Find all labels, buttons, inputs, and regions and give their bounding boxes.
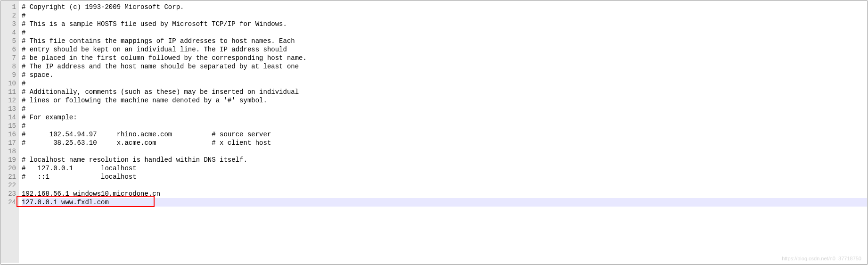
line-number: 14 [3, 113, 16, 122]
line-number: 19 [3, 156, 16, 164]
code-line: # [22, 11, 867, 20]
code-line: # lines or following the machine name de… [22, 96, 867, 105]
line-number: 12 [3, 96, 16, 105]
line-number: 22 [3, 181, 16, 190]
code-line: # The IP address and the host name shoul… [22, 62, 867, 71]
code-line: # 102.54.94.97 rhino.acme.com # source s… [22, 130, 867, 139]
code-line: # ::1 localhost [22, 173, 867, 181]
line-number: 24 [3, 198, 16, 207]
code-line: # Copyright (c) 1993-2009 Microsoft Corp… [22, 3, 867, 11]
code-line: # 127.0.0.1 localhost [22, 164, 867, 173]
line-number: 2 [3, 11, 16, 20]
line-number: 11 [3, 88, 16, 96]
line-number: 21 [3, 173, 16, 181]
line-number: 8 [3, 62, 16, 71]
code-line: # [22, 122, 867, 130]
line-number: 13 [3, 105, 16, 113]
line-number: 3 [3, 20, 16, 28]
line-number-gutter: 123456789101112131415161718192021222324 [1, 1, 19, 263]
code-line: # [22, 79, 867, 88]
watermark-text: https://blog.csdn.net/n0_37718750 [782, 256, 861, 261]
line-number: 4 [3, 28, 16, 37]
line-number: 16 [3, 130, 16, 139]
code-line: 127.0.0.1 www.fxdl.com [22, 198, 867, 207]
code-line: # space. [22, 71, 867, 79]
line-number: 9 [3, 71, 16, 79]
code-line: # This is a sample HOSTS file used by Mi… [22, 20, 867, 28]
code-line: # [22, 28, 867, 37]
code-line [22, 181, 867, 190]
code-line: # localhost name resolution is handled w… [22, 156, 867, 164]
line-number: 23 [3, 190, 16, 198]
line-number: 7 [3, 54, 16, 62]
code-line: # This file contains the mappings of IP … [22, 37, 867, 45]
editor-content: 123456789101112131415161718192021222324 … [1, 1, 867, 263]
code-line [22, 147, 867, 156]
code-line: # Additionally, comments (such as these)… [22, 88, 867, 96]
line-number: 15 [3, 122, 16, 130]
line-number: 20 [3, 164, 16, 173]
line-number: 18 [3, 147, 16, 156]
code-line: # be placed in the first column followed… [22, 54, 867, 62]
code-line: 192.168.56.1 windows10.microdone.cn [22, 190, 867, 198]
code-line: # entry should be kept on an individual … [22, 45, 867, 54]
line-number: 1 [3, 3, 16, 11]
line-number: 10 [3, 79, 16, 88]
code-line: # 38.25.63.10 x.acme.com # x client host [22, 139, 867, 147]
code-editor[interactable]: 123456789101112131415161718192021222324 … [0, 0, 868, 265]
code-line: # [22, 105, 867, 113]
line-number: 5 [3, 37, 16, 45]
line-number: 6 [3, 45, 16, 54]
code-line: # For example: [22, 113, 867, 122]
line-number: 17 [3, 139, 16, 147]
code-text-area[interactable]: # Copyright (c) 1993-2009 Microsoft Corp… [19, 1, 867, 263]
